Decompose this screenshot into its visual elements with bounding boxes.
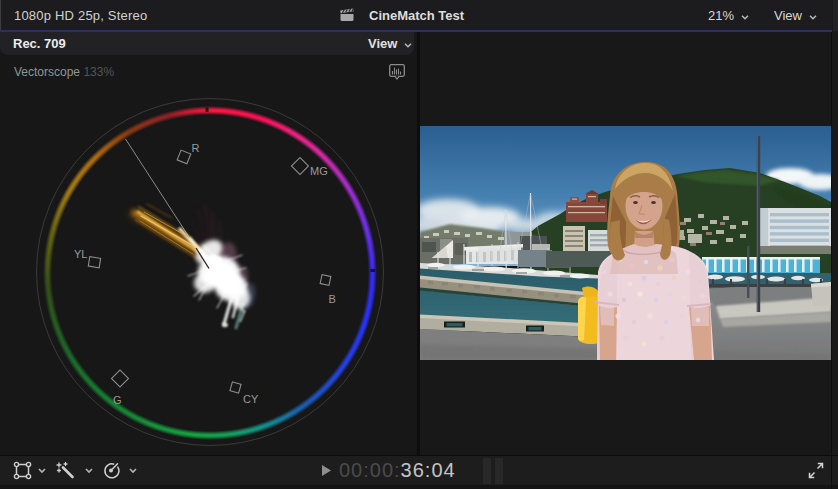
svg-text:G: G (113, 394, 122, 406)
svg-text:YL: YL (74, 248, 87, 260)
svg-text:B: B (329, 293, 336, 305)
svg-text:CY: CY (243, 393, 259, 405)
svg-text:R: R (192, 142, 200, 154)
svg-text:MG: MG (310, 165, 328, 177)
